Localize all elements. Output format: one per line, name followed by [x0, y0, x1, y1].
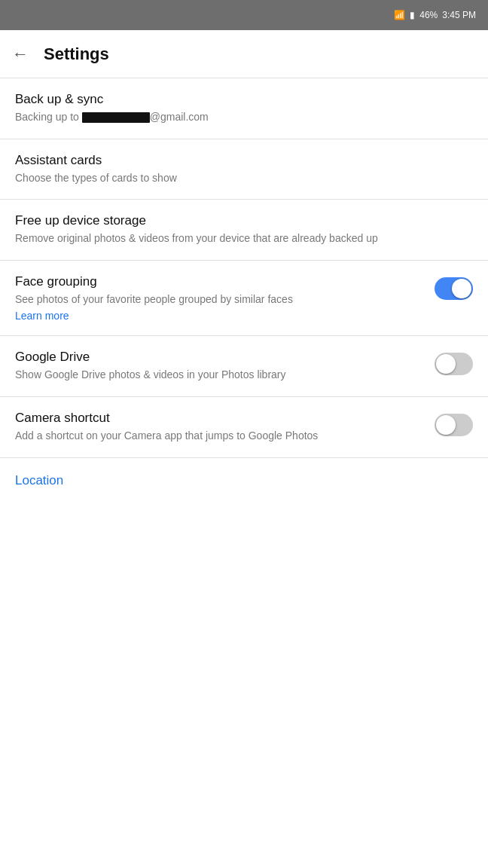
back-button[interactable]: ← [12, 46, 29, 63]
time-display: 3:45 PM [442, 10, 476, 20]
learn-more-link[interactable]: Learn more [15, 310, 425, 322]
setting-title-free-up-storage: Free up device storage [15, 213, 473, 228]
setting-title-assistant-cards: Assistant cards [15, 153, 473, 168]
setting-title-camera-shortcut: Camera shortcut [15, 411, 425, 426]
setting-subtitle-google-drive: Show Google Drive photos & videos in you… [15, 368, 425, 383]
setting-title-face-grouping: Face grouping [15, 274, 425, 289]
status-bar: 📶 ▮ 46% 3:45 PM [0, 0, 488, 30]
battery-icon: ▮ [410, 10, 415, 20]
setting-item-assistant-cards[interactable]: Assistant cards Choose the types of card… [0, 139, 488, 200]
setting-text-assistant-cards: Assistant cards Choose the types of card… [15, 153, 473, 186]
setting-subtitle-free-up-storage: Remove original photos & videos from you… [15, 231, 473, 246]
setting-subtitle-face-grouping: See photos of your favorite people group… [15, 292, 425, 307]
app-header: ← Settings [0, 30, 488, 78]
setting-item-free-up-storage[interactable]: Free up device storage Remove original p… [0, 200, 488, 261]
location-link[interactable]: Location [0, 458, 488, 503]
setting-text-face-grouping: Face grouping See photos of your favorit… [15, 274, 425, 322]
setting-title-back-up-sync: Back up & sync [15, 92, 473, 107]
face-grouping-toggle[interactable] [435, 277, 473, 300]
setting-title-google-drive: Google Drive [15, 350, 425, 365]
setting-text-google-drive: Google Drive Show Google Drive photos & … [15, 350, 425, 383]
google-drive-toggle-knob [436, 354, 456, 374]
camera-shortcut-toggle[interactable] [435, 414, 473, 436]
setting-item-camera-shortcut[interactable]: Camera shortcut Add a shortcut on your C… [0, 397, 488, 458]
redacted-email [82, 112, 150, 123]
face-grouping-toggle-knob [452, 279, 471, 298]
setting-subtitle-assistant-cards: Choose the types of cards to show [15, 171, 473, 186]
page-title: Settings [44, 44, 109, 64]
bluetooth-icon: 📶 [394, 10, 405, 20]
camera-shortcut-toggle-knob [436, 415, 456, 435]
status-bar-icons: 📶 ▮ 46% 3:45 PM [394, 10, 476, 20]
setting-text-camera-shortcut: Camera shortcut Add a shortcut on your C… [15, 411, 425, 444]
setting-subtitle-back-up-sync: Backing up to @gmail.com [15, 110, 473, 125]
setting-item-google-drive[interactable]: Google Drive Show Google Drive photos & … [0, 336, 488, 397]
setting-subtitle-camera-shortcut: Add a shortcut on your Camera app that j… [15, 429, 425, 444]
google-drive-toggle[interactable] [435, 353, 473, 375]
setting-item-face-grouping[interactable]: Face grouping See photos of your favorit… [0, 261, 488, 337]
setting-text-free-up-storage: Free up device storage Remove original p… [15, 213, 473, 246]
setting-item-back-up-sync[interactable]: Back up & sync Backing up to @gmail.com [0, 78, 488, 139]
setting-text-back-up-sync: Back up & sync Backing up to @gmail.com [15, 92, 473, 125]
battery-percent: 46% [419, 10, 438, 20]
